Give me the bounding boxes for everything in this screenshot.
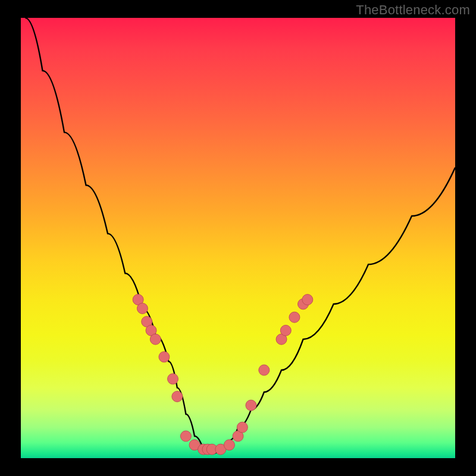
marker-dot xyxy=(180,431,191,441)
marker-dot xyxy=(159,352,170,362)
marker-dot xyxy=(224,440,234,450)
bottleneck-curve xyxy=(25,18,455,454)
marker-dot xyxy=(259,365,270,375)
marker-dot xyxy=(289,312,300,322)
plot-area xyxy=(21,18,455,458)
marker-dot xyxy=(280,325,291,336)
marker-dot xyxy=(137,303,148,314)
marker-group xyxy=(133,295,313,455)
marker-dot xyxy=(172,391,183,402)
marker-dot xyxy=(246,400,256,411)
watermark-text: TheBottleneck.com xyxy=(356,2,470,18)
marker-dot xyxy=(302,295,313,305)
marker-dot xyxy=(237,422,248,433)
curve-svg xyxy=(21,18,455,458)
chart-frame: TheBottleneck.com xyxy=(0,0,476,476)
marker-dot xyxy=(168,374,178,384)
marker-dot xyxy=(150,334,161,345)
